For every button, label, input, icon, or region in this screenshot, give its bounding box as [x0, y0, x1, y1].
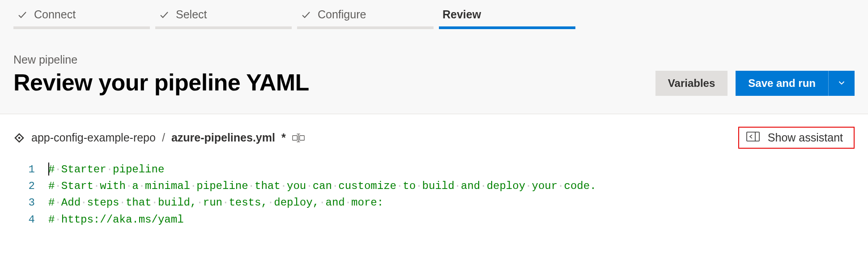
code-text: #·Add·steps·that·build,·run·tests,·deplo… — [48, 194, 383, 211]
repo-icon — [13, 132, 25, 144]
step-underline — [155, 26, 292, 29]
step-underline — [13, 26, 150, 29]
page-title: Review your pipeline YAML — [13, 69, 309, 96]
editor-line: 3 #·Add·steps·that·build,·run·tests,·dep… — [0, 194, 868, 211]
line-number: 3 — [0, 194, 48, 211]
step-connect[interactable]: Connect — [13, 0, 150, 26]
file-breadcrumb: app-config-example-repo / azure-pipeline… — [13, 131, 305, 144]
yaml-editor[interactable]: 1 #·Starter·pipeline 2 #·Start·with·a·mi… — [0, 153, 868, 228]
svg-rect-1 — [293, 135, 298, 140]
wizard-steps: Connect Select Configure Review — [0, 0, 868, 26]
check-icon — [17, 9, 28, 20]
save-and-run-button[interactable]: Save and run — [736, 71, 828, 96]
step-select[interactable]: Select — [155, 0, 292, 26]
show-assistant-label: Show assistant — [768, 131, 843, 144]
title-actions: Variables Save and run — [655, 71, 855, 96]
editor-line: 1 #·Starter·pipeline — [0, 161, 868, 178]
code-text: #·https://aka.ms/yaml — [48, 211, 184, 228]
file-bar: app-config-example-repo / azure-pipeline… — [0, 114, 868, 153]
step-label: Connect — [34, 8, 76, 21]
title-area: New pipeline Review your pipeline YAML V… — [0, 26, 868, 114]
repo-name[interactable]: app-config-example-repo — [31, 131, 156, 144]
file-name[interactable]: azure-pipelines.yml — [171, 131, 275, 144]
step-label: Select — [176, 8, 207, 21]
code-text: #·Starter·pipeline — [48, 161, 164, 178]
editor-line: 2 #·Start·with·a·minimal·pipeline·that·y… — [0, 178, 868, 194]
svg-rect-6 — [747, 132, 759, 141]
step-label: Configure — [318, 8, 366, 21]
code-text: #·Start·with·a·minimal·pipeline·that·you… — [48, 178, 596, 194]
line-number: 1 — [0, 161, 48, 178]
line-number: 2 — [0, 178, 48, 194]
save-and-run-caret[interactable] — [828, 71, 855, 96]
rename-icon[interactable] — [292, 133, 305, 143]
step-review[interactable]: Review — [439, 0, 575, 26]
svg-point-0 — [18, 137, 21, 139]
chevron-down-icon — [837, 78, 847, 89]
save-and-run-split: Save and run — [736, 71, 855, 96]
step-underline — [439, 26, 575, 29]
line-number: 4 — [0, 211, 48, 228]
step-underline — [297, 26, 434, 29]
check-icon — [159, 9, 170, 20]
crumb-new-pipeline: New pipeline — [13, 53, 309, 66]
svg-rect-2 — [299, 135, 304, 140]
show-assistant-button[interactable]: Show assistant — [738, 127, 855, 149]
editor-line: 4 #·https://aka.ms/yaml — [0, 211, 868, 228]
check-icon — [301, 9, 311, 20]
variables-button[interactable]: Variables — [655, 71, 728, 96]
breadcrumb-separator: / — [162, 131, 165, 144]
step-label: Review — [443, 8, 481, 21]
title-left: New pipeline Review your pipeline YAML — [13, 53, 309, 96]
panel-collapse-icon — [746, 131, 760, 144]
step-configure[interactable]: Configure — [297, 0, 434, 26]
dirty-marker: * — [281, 131, 286, 144]
